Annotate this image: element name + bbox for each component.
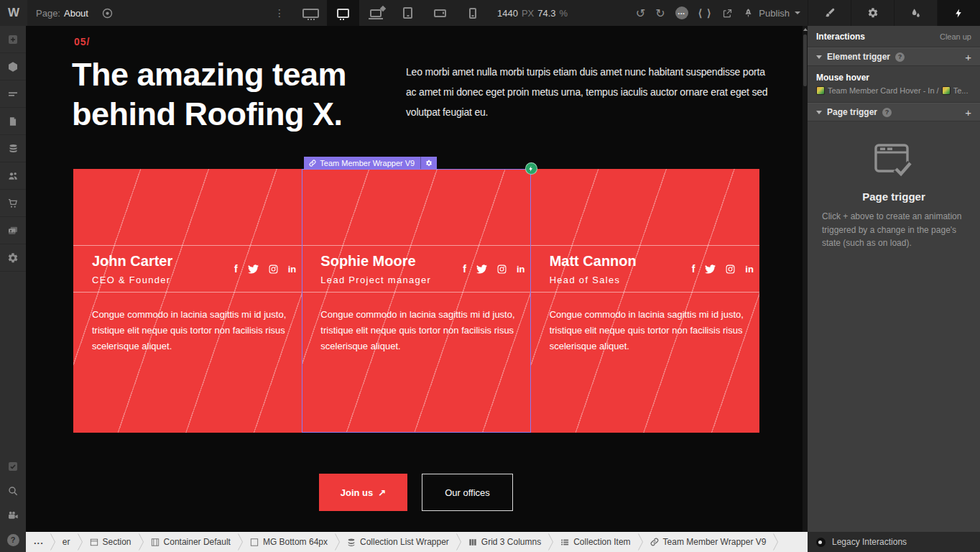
audit-button[interactable]: [0, 454, 26, 479]
chevron-separator-icon: [547, 533, 554, 551]
users-button[interactable]: [0, 162, 26, 190]
webflow-logo[interactable]: W: [0, 0, 27, 26]
legacy-toggle[interactable]: [816, 538, 826, 547]
chevron-separator-icon: [138, 533, 144, 551]
add-elements-button[interactable]: [0, 26, 26, 53]
breadcrumb-item-partial[interactable]: er: [56, 537, 77, 547]
export-code-icon[interactable]: [698, 7, 713, 19]
instagram-icon[interactable]: [497, 264, 507, 274]
facebook-icon[interactable]: f: [463, 263, 466, 275]
toolbar-overflow-icon[interactable]: [270, 7, 295, 19]
preview-icon[interactable]: [97, 7, 118, 19]
more-options-icon[interactable]: [675, 6, 688, 19]
page-trigger-header[interactable]: Page trigger: [808, 103, 980, 121]
mouse-hover-trigger[interactable]: Mouse hover Team Member Card Hover - In …: [808, 66, 980, 103]
member-role[interactable]: Lead Project manager: [320, 275, 444, 285]
breakpoint-phone[interactable]: [456, 0, 489, 26]
breakpoint-landscape[interactable]: [424, 0, 456, 26]
team-card-selected[interactable]: Team Member Wrapper V9 Sophie Moore Lead…: [302, 169, 530, 433]
breadcrumb-item-team-member-wrapper[interactable]: Team Member Wrapper V9: [644, 537, 773, 547]
clean-up-button[interactable]: Clean up: [940, 32, 971, 41]
member-name[interactable]: Matt Cannon: [550, 253, 673, 270]
selected-element-label[interactable]: Team Member Wrapper V9: [304, 157, 437, 169]
interaction-trigger-badge[interactable]: [525, 162, 537, 175]
instagram-icon[interactable]: [726, 264, 735, 274]
chevron-separator-icon: [637, 533, 644, 551]
percent-unit: %: [560, 8, 568, 19]
breakpoint-desktop[interactable]: [327, 0, 359, 26]
linkedin-icon[interactable]: in: [288, 264, 297, 275]
section-intro-paragraph[interactable]: Leo morbi amet nulla morbi turpis etiam …: [406, 62, 774, 122]
facebook-icon[interactable]: f: [692, 263, 695, 275]
scroll-up-arrow-icon[interactable]: [803, 26, 808, 33]
cms-button[interactable]: [0, 135, 26, 162]
section-kicker[interactable]: 05/: [74, 36, 90, 47]
ecommerce-button[interactable]: [0, 190, 26, 217]
twitter-icon[interactable]: [248, 264, 259, 274]
share-icon[interactable]: [722, 8, 733, 19]
video-tutorials-button[interactable]: [0, 503, 26, 528]
breadcrumb-item-section[interactable]: Section: [83, 537, 138, 547]
breakpoint-laptop-star[interactable]: [359, 0, 392, 26]
gear-icon: [867, 7, 879, 19]
add-element-trigger-button[interactable]: [965, 51, 971, 63]
member-bio[interactable]: Congue commodo in lacinia sagittis mi id…: [320, 307, 522, 354]
scrollbar-thumb[interactable]: [803, 34, 807, 86]
add-page-trigger-button[interactable]: [965, 106, 971, 119]
element-trigger-header[interactable]: Element trigger: [808, 47, 980, 66]
designer-canvas[interactable]: 05/ The amazing team behind Roofing X. L…: [26, 26, 803, 532]
help-icon[interactable]: [895, 52, 905, 62]
member-bio[interactable]: Congue commodo in lacinia sagittis mi id…: [550, 307, 751, 354]
element-trigger-label: Element trigger: [827, 52, 890, 62]
settings-button[interactable]: [0, 244, 26, 272]
breakpoint-desktop-large[interactable]: [295, 0, 327, 26]
join-us-button[interactable]: Join us ↗: [319, 474, 407, 511]
breadcrumb-item-collection-item[interactable]: Collection Item: [554, 537, 637, 547]
breadcrumb-item-collection-list[interactable]: Collection List Wrapper: [341, 537, 456, 547]
collapse-arrow-icon: [816, 55, 822, 59]
linkedin-icon[interactable]: in: [745, 264, 754, 275]
linkedin-icon[interactable]: in: [517, 264, 525, 275]
page-window-check-icon: [874, 143, 914, 179]
twitter-icon[interactable]: [476, 264, 487, 274]
undo-icon[interactable]: [636, 6, 645, 20]
member-bio[interactable]: Congue commodo in lacinia sagittis mi id…: [92, 307, 293, 354]
team-card[interactable]: Matt Cannon Head of Sales f in Congue co…: [531, 169, 759, 433]
breakpoint-tablet[interactable]: [392, 0, 424, 26]
px-unit: PX: [522, 8, 534, 19]
video-camera-icon: [7, 510, 19, 521]
breadcrumb-overflow-button[interactable]: ...: [26, 535, 50, 548]
symbols-button[interactable]: [0, 53, 26, 80]
our-offices-button[interactable]: Our offices: [422, 474, 513, 511]
breadcrumb-item-container[interactable]: Container Default: [144, 537, 237, 547]
tab-interactions[interactable]: [937, 0, 980, 26]
publish-button[interactable]: Publish: [743, 8, 800, 19]
section-heading[interactable]: The amazing team behind Roofing X.: [72, 55, 397, 134]
element-settings-button[interactable]: [420, 157, 437, 169]
page-trigger-label: Page trigger: [827, 107, 877, 117]
instagram-icon[interactable]: [269, 264, 278, 274]
redo-icon[interactable]: [655, 6, 665, 20]
page-selector[interactable]: Page: About: [27, 8, 97, 19]
assets-button[interactable]: [0, 217, 26, 244]
publish-caret-icon: [795, 12, 800, 14]
navigator-button[interactable]: [0, 80, 26, 108]
member-name[interactable]: John Carter: [92, 253, 216, 270]
canvas-scrollbar[interactable]: [803, 26, 808, 532]
breadcrumb-item-div-block[interactable]: MG Bottom 64px: [244, 537, 334, 547]
zoom-value[interactable]: 74.3: [537, 8, 555, 19]
member-role[interactable]: CEO & Founder: [92, 275, 216, 285]
tab-style[interactable]: [808, 0, 851, 26]
help-icon[interactable]: [882, 108, 892, 117]
tab-settings[interactable]: [851, 0, 894, 26]
help-button[interactable]: [0, 528, 26, 552]
pages-button[interactable]: [0, 108, 26, 135]
breadcrumb-item-grid[interactable]: Grid 3 Columns: [462, 537, 547, 547]
facebook-icon[interactable]: f: [234, 263, 238, 275]
member-role[interactable]: Head of Sales: [550, 275, 673, 285]
search-button[interactable]: [0, 479, 26, 503]
tab-style-manager[interactable]: [894, 0, 937, 26]
member-name[interactable]: Sophie Moore: [320, 253, 444, 270]
twitter-icon[interactable]: [705, 264, 716, 274]
team-card[interactable]: John Carter CEO & Founder f in Congue co…: [73, 169, 302, 433]
